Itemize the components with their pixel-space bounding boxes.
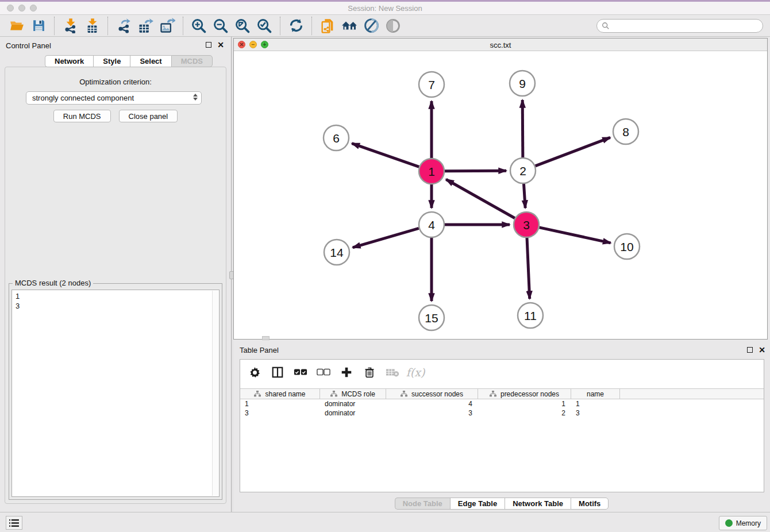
horizontal-splitter-grip[interactable] bbox=[262, 336, 270, 340]
cell-name[interactable]: 1 bbox=[571, 399, 620, 408]
show-panel-button[interactable] bbox=[384, 17, 402, 34]
status-bar: Memory bbox=[0, 512, 770, 532]
network-window-title: scc.txt bbox=[234, 41, 767, 49]
open-folder-icon bbox=[9, 18, 24, 33]
split-columns-button[interactable] bbox=[270, 365, 285, 380]
tab-node-table[interactable]: Node Table bbox=[395, 498, 450, 510]
cell-shared-name[interactable]: 3 bbox=[240, 408, 320, 418]
edge-1-2[interactable] bbox=[445, 171, 506, 171]
export-table-button[interactable] bbox=[137, 17, 154, 34]
add-column-button[interactable] bbox=[339, 365, 354, 380]
zoom-out-icon bbox=[213, 18, 229, 34]
import-table-button[interactable] bbox=[83, 17, 101, 34]
deselect-all-columns-button[interactable] bbox=[316, 365, 331, 380]
zoom-in-button[interactable] bbox=[190, 17, 207, 34]
task-history-button[interactable] bbox=[6, 516, 22, 530]
float-panel-icon[interactable] bbox=[206, 42, 211, 48]
main-toolbar bbox=[0, 15, 770, 37]
mcds-result-textarea[interactable]: 13 bbox=[11, 290, 220, 497]
zoom-selected-button[interactable] bbox=[256, 17, 273, 34]
eye-disabled-icon bbox=[385, 18, 401, 34]
tab-style[interactable]: Style bbox=[93, 55, 130, 67]
export-image-button[interactable] bbox=[159, 17, 176, 34]
column-header-shared-name[interactable]: shared name bbox=[240, 389, 320, 399]
hide-panel-button[interactable] bbox=[363, 17, 380, 34]
node-label-11: 11 bbox=[524, 309, 537, 322]
clone-network-button[interactable] bbox=[319, 17, 336, 34]
cell-predecessor-nodes[interactable]: 2 bbox=[478, 408, 571, 418]
function-builder-button[interactable]: f(x) bbox=[408, 365, 423, 380]
open-session-button[interactable] bbox=[8, 17, 25, 34]
edge-2-8[interactable] bbox=[536, 137, 610, 166]
tab-mcds[interactable]: MCDS bbox=[171, 55, 213, 67]
zoom-fit-button[interactable] bbox=[234, 17, 251, 34]
column-header-successor-nodes[interactable]: successor nodes bbox=[386, 389, 478, 399]
node-label-9: 9 bbox=[519, 77, 526, 90]
network-window-titlebar[interactable]: ✕ − + scc.txt bbox=[234, 38, 767, 51]
node-label-14: 14 bbox=[330, 246, 344, 259]
mcds-tab-content: Optimization criterion: strongly connect… bbox=[5, 67, 226, 504]
tab-motifs[interactable]: Motifs bbox=[571, 498, 609, 510]
column-header-mcds-role[interactable]: MCDS role bbox=[320, 389, 386, 399]
result-scrollbar[interactable] bbox=[212, 291, 218, 496]
zoom-out-button[interactable] bbox=[212, 17, 229, 34]
toolbar-separator bbox=[311, 17, 312, 35]
select-all-columns-button[interactable] bbox=[293, 365, 308, 380]
table-settings-button[interactable] bbox=[247, 365, 262, 380]
control-panel-title: Control Panel bbox=[6, 41, 51, 50]
save-session-button[interactable] bbox=[30, 17, 47, 34]
cell-name[interactable]: 3 bbox=[571, 408, 620, 418]
memory-button[interactable]: Memory bbox=[719, 516, 767, 530]
table-row[interactable]: 3dominator323 bbox=[240, 408, 764, 418]
run-mcds-button[interactable]: Run MCDS bbox=[53, 110, 111, 122]
optimization-criterion-select[interactable]: strongly connected component bbox=[26, 91, 202, 105]
table-body: 1dominator4113dominator323 bbox=[240, 399, 764, 418]
import-network-button[interactable] bbox=[61, 17, 79, 34]
export-network-button[interactable] bbox=[115, 17, 132, 34]
table-container: f(x) shared nameMCDS rolesuccessor nodes… bbox=[240, 359, 764, 492]
edge-3-10[interactable] bbox=[539, 228, 610, 243]
delete-column-button[interactable] bbox=[362, 365, 377, 380]
edge-3-11[interactable] bbox=[527, 238, 530, 299]
node-table[interactable]: shared nameMCDS rolesuccessor nodesprede… bbox=[240, 388, 764, 492]
network-canvas[interactable]: 7968124314101511 bbox=[234, 51, 767, 339]
edge-2-9[interactable] bbox=[522, 100, 523, 157]
cell-successor-nodes[interactable]: 4 bbox=[386, 399, 478, 408]
plus-icon bbox=[340, 366, 353, 379]
cell-shared-name[interactable]: 1 bbox=[240, 399, 320, 408]
search-box[interactable] bbox=[596, 19, 763, 33]
close-table-panel-icon[interactable]: ✕ bbox=[759, 346, 765, 354]
edge-3-1[interactable] bbox=[446, 179, 515, 218]
result-line: 1 bbox=[16, 291, 215, 301]
import-table-icon bbox=[84, 18, 100, 33]
network-view-window: ✕ − + scc.txt 7968124314101511 bbox=[233, 38, 768, 340]
cell-successor-nodes[interactable]: 3 bbox=[386, 408, 478, 418]
tab-select[interactable]: Select bbox=[130, 55, 171, 67]
network-graph[interactable]: 7968124314101511 bbox=[234, 51, 767, 339]
column-header-predecessor-nodes[interactable]: predecessor nodes bbox=[478, 389, 571, 399]
column-header-name[interactable]: name bbox=[571, 389, 620, 399]
cell-predecessor-nodes[interactable]: 1 bbox=[478, 399, 571, 408]
edge-1-6[interactable] bbox=[352, 144, 419, 167]
table-row[interactable]: 1dominator411 bbox=[240, 399, 764, 408]
close-panel-icon[interactable]: ✕ bbox=[217, 41, 224, 49]
tab-edge-table[interactable]: Edge Table bbox=[450, 498, 505, 510]
delete-table-button[interactable] bbox=[385, 365, 400, 380]
node-label-10: 10 bbox=[620, 240, 633, 253]
apply-layout-button[interactable] bbox=[287, 17, 305, 34]
tab-network-table[interactable]: Network Table bbox=[505, 498, 571, 510]
node-label-6: 6 bbox=[333, 132, 340, 145]
tab-network[interactable]: Network bbox=[45, 55, 93, 67]
float-table-panel-icon[interactable] bbox=[747, 347, 753, 353]
cell-mcds-role[interactable]: dominator bbox=[320, 399, 386, 408]
home-button[interactable] bbox=[341, 17, 358, 34]
edge-4-14[interactable] bbox=[353, 228, 419, 247]
close-panel-button[interactable]: Close panel bbox=[119, 110, 178, 122]
export-table-icon bbox=[137, 18, 153, 34]
search-input[interactable] bbox=[612, 20, 763, 32]
edge-2-3[interactable] bbox=[523, 184, 525, 208]
zoom-selected-icon bbox=[256, 18, 272, 34]
selected-option-label: strongly connected component bbox=[32, 94, 134, 102]
titlebar-accent-strip bbox=[0, 0, 770, 2]
cell-mcds-role[interactable]: dominator bbox=[320, 408, 386, 418]
